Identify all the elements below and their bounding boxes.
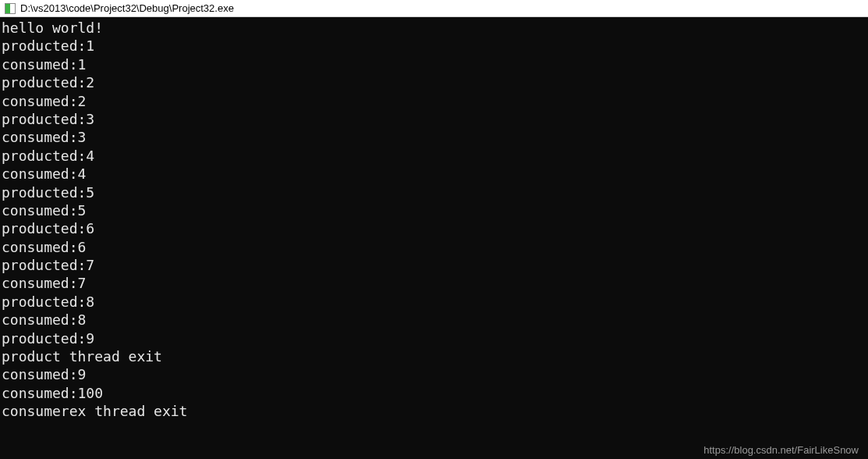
console-line: consumed:2 bbox=[2, 92, 868, 110]
console-line: producted:6 bbox=[2, 219, 868, 237]
app-icon bbox=[5, 3, 16, 14]
window-title: D:\vs2013\code\Project32\Debug\Project32… bbox=[20, 2, 234, 14]
console-line: consumed:100 bbox=[2, 384, 868, 402]
console-line: producted:1 bbox=[2, 37, 868, 55]
title-bar[interactable]: D:\vs2013\code\Project32\Debug\Project32… bbox=[0, 0, 868, 17]
console-line: producted:7 bbox=[2, 256, 868, 274]
console-line: producted:3 bbox=[2, 110, 868, 128]
console-line: producted:9 bbox=[2, 329, 868, 347]
console-line: producted:8 bbox=[2, 293, 868, 311]
console-output[interactable]: hello world!producted:1consumed:1product… bbox=[0, 17, 868, 459]
console-line: producted:2 bbox=[2, 73, 868, 91]
console-line: consumed:9 bbox=[2, 365, 868, 383]
console-line: consumed:6 bbox=[2, 238, 868, 256]
console-line: consumed:8 bbox=[2, 311, 868, 329]
console-line: producted:5 bbox=[2, 183, 868, 201]
console-line: product thread exit bbox=[2, 347, 868, 365]
console-line: consumed:5 bbox=[2, 201, 868, 219]
console-line: producted:4 bbox=[2, 147, 868, 165]
console-line: consumerex thread exit bbox=[2, 402, 868, 420]
console-line: consumed:3 bbox=[2, 128, 868, 146]
console-line: consumed:7 bbox=[2, 274, 868, 292]
console-line: hello world! bbox=[2, 19, 868, 37]
console-line: consumed:1 bbox=[2, 55, 868, 73]
console-line: consumed:4 bbox=[2, 165, 868, 183]
